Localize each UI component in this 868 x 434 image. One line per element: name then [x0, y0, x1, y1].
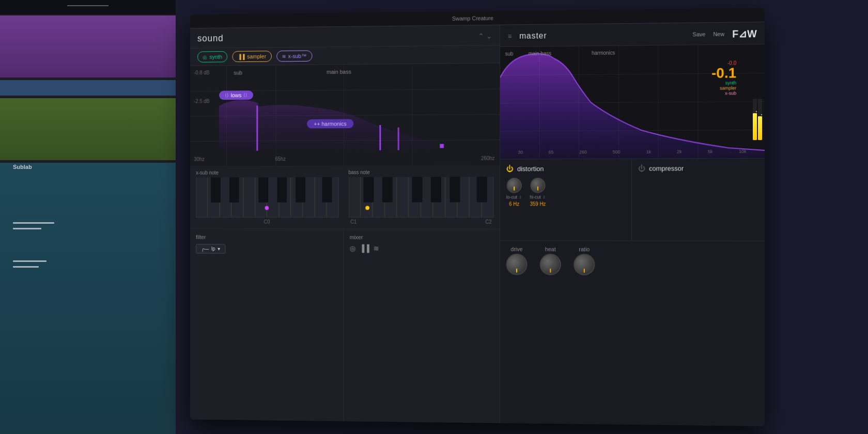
bass-key-g1[interactable]: [397, 177, 409, 218]
daw-timeline: [67, 5, 109, 6]
spectrum-hz3: 260hz: [481, 156, 494, 161]
daw-bar-1: [13, 222, 54, 224]
volume-synth-label: synth: [725, 80, 736, 85]
daw-bar-3: [13, 260, 47, 262]
daw-bar-4: [13, 266, 39, 268]
hi-cut-arrows: ⇕: [542, 195, 546, 199]
lo-cut-label: lo-cut ⇕: [506, 195, 522, 200]
master-sub-label: sub: [505, 51, 514, 57]
daw-background: Sublab: [0, 0, 176, 434]
hi-cut-label-text: hi-cut: [530, 195, 540, 200]
black-key-as[interactable]: [296, 177, 305, 203]
hi-cut-group: hi-cut ⇕ 359 Hz: [530, 178, 546, 207]
bass-black-ds2[interactable]: [477, 177, 487, 202]
heat-group: heat: [540, 246, 561, 275]
xsub-icon: ≋: [282, 53, 286, 59]
freq-30: 30: [518, 150, 523, 155]
bass-black-gs[interactable]: [431, 177, 441, 202]
tab-synth[interactable]: ◎ synth: [197, 51, 227, 63]
ratio-knob[interactable]: [574, 254, 595, 275]
bass-black-ds[interactable]: [382, 177, 393, 203]
svg-rect-3: [440, 144, 444, 148]
drive-row: drive heat ratio: [500, 240, 765, 281]
key-c[interactable]: [196, 177, 208, 217]
mixer-icons: ◎ ▐▐ ≋: [350, 244, 494, 253]
lows-pill[interactable]: ⟨⟩ lows ⟨⟩: [219, 90, 253, 100]
daw-track-green: [0, 98, 176, 160]
vol-meter-fill-l: [753, 113, 757, 140]
volume-xsub-label: x-sub: [725, 90, 736, 96]
compressor-power-button[interactable]: ⏻: [638, 164, 645, 173]
bass-black-cs[interactable]: [364, 177, 374, 203]
new-button[interactable]: New: [713, 31, 724, 37]
distortion-power-button[interactable]: ⏻: [506, 164, 514, 173]
vol-marker-l: [756, 111, 757, 112]
black-key-gs[interactable]: [277, 177, 287, 203]
freq-5k: 5k: [708, 149, 712, 154]
master-header: ≡ master Save New F⊿W: [500, 22, 765, 47]
main-layout: sound ⌃ ⌄ ◎ synth ▐▐ sampler ≋ x-sub™: [190, 22, 765, 426]
sound-nav-arrows[interactable]: ⌃ ⌄: [478, 32, 492, 40]
drive-group: drive: [506, 246, 528, 275]
ratio-label: ratio: [579, 246, 590, 252]
black-key-ds[interactable]: [229, 177, 239, 203]
black-key-fs[interactable]: [258, 177, 268, 203]
mixer-xsub-icon[interactable]: ≋: [373, 244, 379, 253]
effects-row: ⏻ distortion lo-cut ⇕ 6 Hz: [500, 158, 765, 241]
mixer-section: mixer ◎ ▐▐ ≋: [344, 229, 500, 423]
spectrum-hz1: 30hz: [194, 157, 204, 162]
bass-piano[interactable]: [348, 177, 493, 218]
daw-track-teal: [0, 163, 176, 434]
xsub-piano[interactable]: [196, 177, 338, 218]
ratio-knob-indicator: [584, 269, 585, 273]
lo-cut-knob-indicator: [514, 187, 515, 191]
hi-cut-knob[interactable]: [530, 178, 545, 193]
bass-note-group: bass note: [348, 169, 493, 224]
xsub-note-group: x-sub note: [196, 169, 338, 224]
hamburger-menu[interactable]: ≡: [508, 32, 512, 40]
lo-cut-label-text: lo-cut: [506, 195, 517, 200]
vol-meter-bar-l: [753, 99, 757, 140]
filter-type-button[interactable]: ╭— lp ▾: [196, 244, 225, 254]
spectrum-db1: -0.8 dB: [194, 70, 209, 75]
harmonics-pill-label: ++ harmonics: [314, 120, 346, 127]
ratio-group: ratio: [574, 246, 595, 275]
spectrum-db2: -2.5 dB: [194, 98, 209, 104]
distortion-title: distortion: [517, 165, 544, 173]
filter-controls: ╭— lp ▾: [196, 244, 337, 254]
freq-1k: 1k: [646, 149, 651, 154]
lows-pill-label: lows: [231, 92, 242, 98]
synth-icon: ◎: [203, 54, 207, 60]
bass-key-c1[interactable]: [348, 177, 360, 218]
mixer-synth-icon[interactable]: ◎: [350, 244, 355, 253]
volume-sampler-label: sampler: [720, 85, 736, 90]
bottom-section: filter ╭— lp ▾ mixer ◎ ▐▐ ≋: [190, 228, 500, 423]
save-button[interactable]: Save: [692, 31, 705, 37]
svg-rect-2: [398, 128, 399, 150]
daw-track-purple: [0, 16, 176, 78]
master-spectrum-freq-labels: 30 65 260 500 1k 2k 5k 10k: [500, 149, 765, 155]
bass-black-fs[interactable]: [412, 177, 422, 203]
plugin-title: Swamp Creature: [452, 15, 493, 22]
drive-knob[interactable]: [506, 254, 528, 275]
tab-sampler[interactable]: ▐▐ sampler: [233, 51, 272, 62]
mixer-sampler-icon[interactable]: ▐▐: [360, 244, 369, 253]
volume-meter: [753, 99, 762, 140]
daw-bar-2: [13, 228, 41, 229]
tab-bar: ◎ synth ▐▐ sampler ≋ x-sub™: [190, 45, 500, 66]
harmonics-pill[interactable]: ++ harmonics: [307, 119, 353, 128]
heat-knob[interactable]: [540, 254, 561, 275]
bass-note-labels: C1 C2: [348, 218, 493, 225]
sound-title: sound: [197, 33, 224, 44]
lo-cut-value: 6 Hz: [509, 201, 519, 207]
tab-xsub[interactable]: ≋ x-sub™: [276, 50, 312, 61]
distortion-header: ⏻ distortion: [506, 164, 625, 173]
key-g[interactable]: [243, 177, 255, 218]
heat-knob-indicator: [550, 269, 551, 273]
black-key-cs[interactable]: [211, 177, 221, 202]
lo-cut-knob[interactable]: [507, 178, 522, 193]
bass-black-as[interactable]: [450, 177, 460, 202]
master-panel: ≡ master Save New F⊿W: [500, 22, 765, 426]
black-key-ds2[interactable]: [322, 177, 332, 203]
daw-top-bar: [0, 0, 176, 14]
